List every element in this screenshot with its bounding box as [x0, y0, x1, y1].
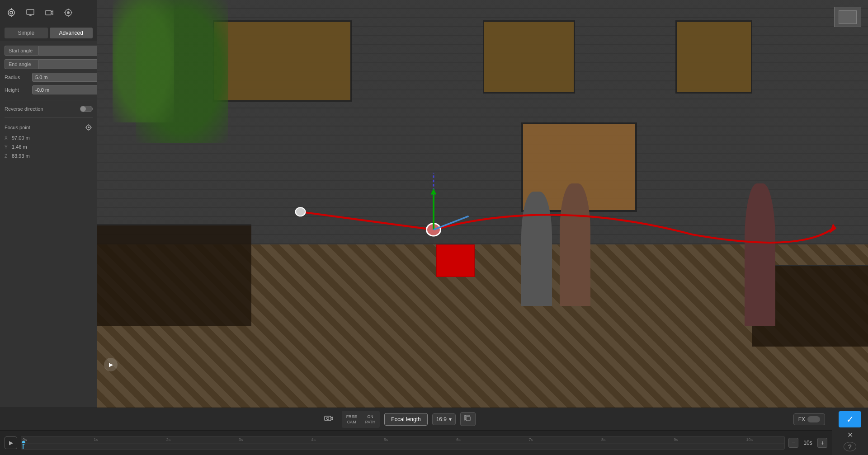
focus-x-value: 97.00 m [12, 135, 30, 141]
focus-y-row: Y 1.46 m [5, 144, 93, 150]
bottom-toolbar: FREECAM ONPATH Focal length 16:9 ▾ [0, 408, 832, 430]
svg-rect-22 [466, 417, 470, 421]
reverse-direction-label: Reverse direction [5, 106, 43, 112]
height-row: Height [5, 85, 93, 94]
camera-box-3d [436, 244, 475, 277]
copy-btn[interactable] [460, 412, 476, 426]
tab-simple[interactable]: Simple [5, 28, 48, 38]
monitor-icon-btn[interactable] [24, 6, 37, 19]
svg-rect-20 [325, 416, 331, 421]
time-1s: 1s [94, 437, 98, 442]
person-3 [745, 183, 775, 326]
svg-rect-4 [27, 9, 34, 14]
focus-x-label: X [5, 136, 10, 141]
aspect-chevron-icon: ▾ [449, 416, 452, 422]
time-8s: 8s [601, 437, 606, 442]
cam-mode-group: FREECAM ONPATH [342, 411, 380, 428]
height-input[interactable] [32, 85, 101, 94]
focus-y-value: 1.46 m [12, 144, 27, 150]
time-5s: 5s [384, 437, 388, 442]
confirm-btn[interactable]: ✓ [839, 411, 861, 427]
help-btn[interactable]: ? [844, 442, 856, 451]
orbit-icon-btn[interactable] [5, 6, 18, 19]
focus-point-header: Focus point [5, 123, 93, 131]
reverse-direction-row: Reverse direction [5, 106, 93, 112]
freecam-btn[interactable]: FREECAM [343, 412, 361, 427]
window-1 [213, 20, 352, 102]
viewport-scene [97, 0, 868, 408]
time-10s: 10s [746, 437, 753, 442]
viewport-play-btn[interactable]: ▶ [104, 358, 118, 371]
svg-point-21 [326, 417, 329, 420]
fx-toggle[interactable] [807, 416, 820, 422]
confirm-check-icon: ✓ [846, 414, 854, 425]
focal-length-btn[interactable]: Focal length [384, 413, 427, 426]
timeline-track[interactable]: 0s 1s 2s 3s 4s 5s 6s 7s 8s 9s 10s [21, 436, 785, 450]
svg-point-0 [8, 9, 14, 16]
reverse-direction-toggle[interactable] [80, 106, 93, 112]
fx-controls: FX [793, 413, 825, 425]
start-angle-label: Start angle [5, 46, 38, 56]
svg-point-9 [67, 11, 70, 14]
fence-left [97, 224, 251, 326]
video-icon-btn[interactable] [42, 6, 56, 19]
focus-point-label: Focus point [5, 125, 30, 130]
radius-input[interactable] [32, 73, 101, 82]
time-9s: 9s [674, 437, 678, 442]
onpath-btn[interactable]: ONPATH [362, 412, 379, 427]
time-3s: 3s [239, 437, 243, 442]
end-angle-label: End angle [5, 59, 38, 69]
window-2 [483, 20, 576, 94]
time-4s: 4s [311, 437, 316, 442]
divider-1 [5, 100, 93, 100]
onpath-label: ONPATH [365, 414, 376, 424]
viewport[interactable]: ▶ [97, 0, 868, 408]
timeline-section: FREECAM ONPATH Focal length 16:9 ▾ [0, 408, 832, 455]
right-action-panel: ✓ ✕ ? [832, 408, 868, 455]
focus-z-row: Z 83.93 m [5, 153, 93, 159]
help-question-icon: ? [848, 443, 852, 450]
tab-advanced[interactable]: Advanced [50, 28, 93, 38]
svg-point-15 [88, 127, 90, 128]
duration-controls: − 10s + [788, 438, 827, 448]
person-1 [521, 192, 552, 306]
height-label: Height [5, 87, 29, 93]
icon-bar [0, 0, 97, 25]
svg-point-1 [10, 11, 13, 14]
time-7s: 7s [529, 437, 533, 442]
duration-minus-btn[interactable]: − [788, 438, 798, 448]
target-icon-btn[interactable] [61, 6, 75, 19]
person-2 [560, 183, 590, 306]
window-3 [675, 20, 753, 94]
freecam-label: FREECAM [346, 414, 357, 424]
tree-2 [113, 0, 174, 122]
camera-mode-icon-btn[interactable] [320, 411, 337, 427]
focus-point-icon[interactable] [85, 123, 93, 131]
timeline-keyframe-start[interactable] [22, 441, 25, 445]
focus-y-label: Y [5, 145, 10, 150]
focus-z-value: 83.93 m [12, 153, 30, 159]
fx-label: FX [798, 416, 805, 422]
aspect-ratio-select[interactable]: 16:9 ▾ [432, 413, 456, 425]
focus-x-row: X 97.00 m [5, 135, 93, 141]
mini-map [834, 7, 861, 27]
tab-bar: Simple Advanced [0, 25, 97, 41]
timeline-play-btn[interactable]: ▶ [5, 436, 17, 449]
radius-label: Radius [5, 75, 29, 80]
divider-2 [5, 117, 93, 118]
duration-plus-btn[interactable]: + [817, 438, 827, 448]
timeline: ▶ 0s 1s 2s 3s 4s 5s 6s 7s 8s 9s 10s [0, 430, 832, 455]
cancel-btn[interactable]: ✕ [844, 430, 856, 439]
radius-row: Radius [5, 73, 93, 82]
time-2s: 2s [166, 437, 171, 442]
timeline-baseline [21, 443, 784, 444]
duration-value: 10s [801, 440, 815, 446]
left-panel: Simple Advanced Start angle End angle Ra… [0, 0, 97, 408]
svg-rect-7 [46, 10, 51, 15]
end-angle-row: End angle [5, 59, 93, 69]
aspect-ratio-value: 16:9 [436, 416, 447, 422]
cancel-close-icon: ✕ [847, 431, 853, 439]
focus-z-label: Z [5, 154, 10, 159]
time-6s: 6s [456, 437, 461, 442]
panel-content: Start angle End angle Radius Height [0, 41, 97, 163]
